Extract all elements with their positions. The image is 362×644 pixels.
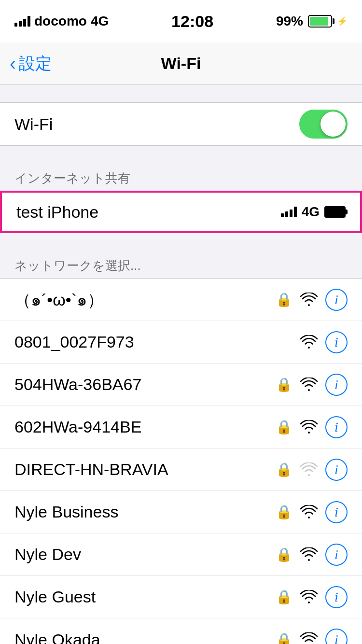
spacer-1 [0,85,362,102]
charging-icon: ⚡ [337,16,348,27]
network-name: 504HWa-36BA67 [14,375,141,394]
info-button[interactable]: i [325,331,348,353]
spacer-3 [0,233,362,251]
network-row[interactable]: 504HWa-36BA67🔒i [0,364,362,406]
network-name: 602HWa-9414BE [14,418,141,436]
wifi-label: Wi-Fi [14,115,53,134]
network-row[interactable]: Nyle Business🔒i [0,491,362,533]
network-row[interactable]: Nyle Dev🔒i [0,533,362,576]
status-left: docomo 4G [14,14,109,29]
network-icons: 🔒i [276,501,348,523]
network-icons: 🔒i [276,459,348,481]
network-icons: 🔒i [276,289,348,311]
battery-fill [310,17,328,26]
wifi-signal-icon [300,590,318,604]
info-button[interactable]: i [325,374,348,396]
nav-bar: ‹ 設定 Wi-Fi [0,42,362,85]
network-icons: 🔒i [276,629,348,644]
status-bar: docomo 4G 12:08 99% ⚡ [0,0,362,42]
wifi-toggle-section: Wi-Fi [0,102,362,146]
signal-bars-icon [14,16,30,27]
network-row[interactable]: Nyle Okada🔒i [0,618,362,644]
network-row[interactable]: DIRECT-HN-BRAVIA🔒i [0,448,362,491]
wifi-signal-icon [300,335,318,350]
info-button[interactable]: i [325,289,348,311]
network-row[interactable]: 602HWa-9414BE🔒i [0,406,362,448]
page-title: Wi-Fi [161,54,201,73]
network-icons: 🔒i [276,416,348,438]
wifi-signal-icon [300,462,318,477]
hotspot-row[interactable]: test iPhone 4G [0,191,362,233]
hotspot-4g-label: 4G [302,204,320,220]
network-row[interactable]: （๑´•ω•`๑）🔒i [0,279,362,321]
network-list: （๑´•ω•`๑）🔒i0801_0027F973i504HWa-36BA67🔒i… [0,278,362,644]
lock-icon: 🔒 [276,632,292,644]
lock-icon: 🔒 [276,419,292,435]
hotspot-battery-icon [324,206,346,218]
info-button[interactable]: i [325,544,348,566]
hotspot-status-icons: 4G [281,204,346,220]
lock-icon: 🔒 [276,546,292,562]
hotspot-network-name: test iPhone [16,203,98,222]
wifi-signal-icon [300,547,318,562]
wifi-toggle[interactable] [299,110,348,139]
wifi-signal-icon [300,378,318,392]
network-name: Nyle Business [14,503,118,521]
wifi-signal-icon [300,420,318,434]
network-icons: 🔒i [276,586,348,608]
network-icons: 🔒i [276,544,348,566]
time-label: 12:08 [171,12,213,31]
toggle-knob [320,112,346,137]
info-button[interactable]: i [325,501,348,523]
lock-icon: 🔒 [276,292,292,308]
network-icons: i [300,331,348,353]
hotspot-signal-icon [281,207,297,217]
lock-icon: 🔒 [276,462,292,477]
info-button[interactable]: i [325,586,348,608]
network-section-header: ネットワークを選択... [0,251,362,278]
info-button[interactable]: i [325,459,348,481]
wifi-toggle-row: Wi-Fi [0,103,362,145]
back-label: 設定 [19,53,52,75]
network-name: 0801_0027F973 [14,333,134,351]
spacer-2 [0,146,362,163]
hotspot-section-header: インターネット共有 [0,163,362,191]
info-button[interactable]: i [325,416,348,438]
network-icons: 🔒i [276,374,348,396]
wifi-signal-icon [300,505,318,519]
lock-icon: 🔒 [276,377,292,392]
network-name: Nyle Dev [14,545,81,564]
info-button[interactable]: i [325,629,348,644]
battery-icon [308,15,332,28]
network-row[interactable]: Nyle Guest🔒i [0,576,362,618]
battery-percent-label: 99% [276,14,303,29]
network-name: DIRECT-HN-BRAVIA [14,460,168,479]
wifi-signal-icon [300,293,318,307]
network-row[interactable]: 0801_0027F973i [0,321,362,364]
network-name: Nyle Guest [14,588,96,606]
carrier-label: docomo [34,14,87,29]
network-name: Nyle Okada [14,630,100,644]
status-right: 99% ⚡ [276,14,348,29]
lock-icon: 🔒 [276,589,292,605]
lock-icon: 🔒 [276,504,292,520]
chevron-left-icon: ‹ [10,55,16,73]
wifi-signal-icon [300,632,318,644]
back-button[interactable]: ‹ 設定 [10,53,52,75]
network-type-label: 4G [91,14,109,29]
network-name: （๑´•ω•`๑） [14,287,104,313]
